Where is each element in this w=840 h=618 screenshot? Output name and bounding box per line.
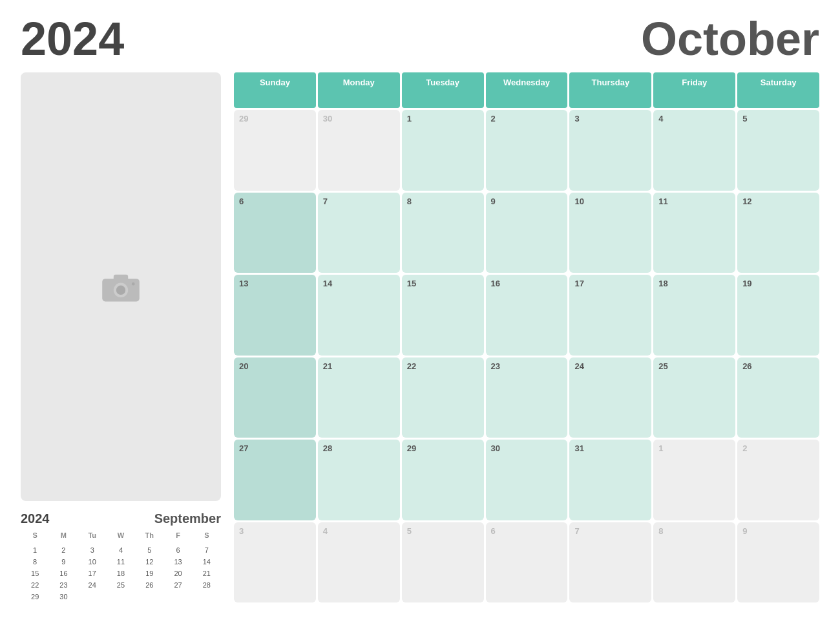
mini-day-cell: 9 xyxy=(49,556,78,568)
day-number: 1 xyxy=(658,443,730,453)
calendar-day-cell[interactable]: 3 xyxy=(569,110,651,190)
mini-day-header: S xyxy=(21,530,49,540)
mini-day-cell: 19 xyxy=(135,568,163,579)
calendar-day-cell[interactable]: 29 xyxy=(402,440,484,520)
day-number: 14 xyxy=(323,279,395,288)
calendar-day-cell[interactable]: 9 xyxy=(486,193,568,273)
calendar-day-header: Monday xyxy=(318,72,400,108)
calendar-day-cell[interactable]: 14 xyxy=(318,275,400,355)
mini-day-cell: 21 xyxy=(193,568,221,579)
calendar-day-cell[interactable]: 13 xyxy=(234,275,316,355)
mini-day-cell: 14 xyxy=(193,556,221,568)
mini-day-header: Tu xyxy=(78,530,107,540)
day-number: 29 xyxy=(239,114,311,123)
mini-day-cell: 16 xyxy=(49,568,78,579)
calendar-day-cell[interactable]: 31 xyxy=(569,440,651,520)
month-title: October xyxy=(641,16,819,62)
calendar-day-cell[interactable]: 18 xyxy=(653,275,735,355)
day-number: 19 xyxy=(742,279,814,288)
calendar-day-cell[interactable]: 6 xyxy=(486,522,568,602)
calendar-day-cell[interactable]: 1 xyxy=(402,110,484,190)
calendar-day-cell[interactable]: 2 xyxy=(737,440,819,520)
calendar-day-cell[interactable]: 8 xyxy=(653,522,735,602)
mini-day-header: F xyxy=(163,530,192,540)
mini-day-cell xyxy=(135,591,163,602)
calendar-day-cell[interactable]: 5 xyxy=(402,522,484,602)
mini-day-cell: 2 xyxy=(49,544,78,556)
mini-day-cell: 17 xyxy=(78,568,107,579)
calendar-day-cell[interactable]: 22 xyxy=(402,357,484,438)
mini-day-cell: 8 xyxy=(21,556,49,568)
mini-day-cell: 13 xyxy=(163,556,192,568)
day-number: 3 xyxy=(239,526,311,536)
day-number: 29 xyxy=(407,443,479,453)
calendar-grid: SundayMondayTuesdayWednesdayThursdayFrid… xyxy=(234,72,819,602)
mini-day-cell: 28 xyxy=(193,579,221,591)
calendar-day-cell[interactable]: 12 xyxy=(737,193,819,273)
mini-day-cell: 25 xyxy=(107,579,135,591)
calendar-day-cell[interactable]: 7 xyxy=(318,193,400,273)
calendar-day-cell[interactable]: 23 xyxy=(486,357,568,438)
svg-point-4 xyxy=(132,282,135,285)
day-number: 30 xyxy=(491,443,563,453)
day-number: 27 xyxy=(239,443,311,453)
day-number: 25 xyxy=(658,361,730,371)
calendar-day-cell[interactable]: 28 xyxy=(318,440,400,520)
calendar-day-cell[interactable]: 5 xyxy=(737,110,819,190)
day-number: 22 xyxy=(407,361,479,371)
mini-day-header: W xyxy=(107,530,135,540)
calendar-day-cell[interactable]: 21 xyxy=(318,357,400,438)
mini-day-cell: 3 xyxy=(78,544,107,556)
day-number: 10 xyxy=(574,197,646,206)
mini-day-cell: 10 xyxy=(78,556,107,568)
calendar-day-cell[interactable]: 3 xyxy=(234,522,316,602)
mini-day-cell: 15 xyxy=(21,568,49,579)
calendar-day-cell[interactable]: 10 xyxy=(569,193,651,273)
day-number: 2 xyxy=(742,443,814,453)
mini-day-cell: 7 xyxy=(193,544,221,556)
day-number: 17 xyxy=(574,279,646,288)
calendar-day-cell[interactable]: 17 xyxy=(569,275,651,355)
calendar-day-cell[interactable]: 9 xyxy=(737,522,819,602)
calendar-day-cell[interactable]: 25 xyxy=(653,357,735,438)
camera-icon xyxy=(100,270,142,304)
calendar-day-cell[interactable]: 1 xyxy=(653,440,735,520)
calendar-day-cell[interactable]: 30 xyxy=(486,440,568,520)
calendar-day-cell[interactable]: 27 xyxy=(234,440,316,520)
day-number: 24 xyxy=(574,361,646,371)
mini-day-cell: 30 xyxy=(49,591,78,602)
main-content: 2024 September SMTuWThFS 123456789101112… xyxy=(21,72,819,602)
mini-day-cell: 6 xyxy=(163,544,192,556)
calendar-day-cell[interactable]: 4 xyxy=(318,522,400,602)
mini-day-header: S xyxy=(193,530,221,540)
mini-day-cell: 29 xyxy=(21,591,49,602)
day-number: 4 xyxy=(323,526,395,536)
day-number: 1 xyxy=(407,114,479,123)
mini-day-cell: 23 xyxy=(49,579,78,591)
day-number: 8 xyxy=(658,526,730,536)
calendar-day-cell[interactable]: 15 xyxy=(402,275,484,355)
calendar-day-cell[interactable]: 19 xyxy=(737,275,819,355)
mini-day-cell: 24 xyxy=(78,579,107,591)
calendar-day-cell[interactable]: 24 xyxy=(569,357,651,438)
calendar-day-cell[interactable]: 6 xyxy=(234,193,316,273)
day-number: 31 xyxy=(574,443,646,453)
calendar-day-cell[interactable]: 7 xyxy=(569,522,651,602)
day-number: 28 xyxy=(323,443,395,453)
mini-day-cell: 27 xyxy=(163,579,192,591)
calendar-day-cell[interactable]: 4 xyxy=(653,110,735,190)
year-title: 2024 xyxy=(21,16,124,62)
calendar-day-cell[interactable]: 20 xyxy=(234,357,316,438)
day-number: 16 xyxy=(491,279,563,288)
calendar-day-cell[interactable]: 30 xyxy=(318,110,400,190)
day-number: 3 xyxy=(574,114,646,123)
calendar-day-cell[interactable]: 26 xyxy=(737,357,819,438)
page-header: 2024 October xyxy=(21,16,819,62)
calendar-day-cell[interactable]: 29 xyxy=(234,110,316,190)
calendar-day-cell[interactable]: 11 xyxy=(653,193,735,273)
calendar-day-cell[interactable]: 8 xyxy=(402,193,484,273)
left-panel: 2024 September SMTuWThFS 123456789101112… xyxy=(21,72,221,602)
calendar-day-cell[interactable]: 2 xyxy=(486,110,568,190)
mini-day-cell xyxy=(107,591,135,602)
calendar-day-cell[interactable]: 16 xyxy=(486,275,568,355)
